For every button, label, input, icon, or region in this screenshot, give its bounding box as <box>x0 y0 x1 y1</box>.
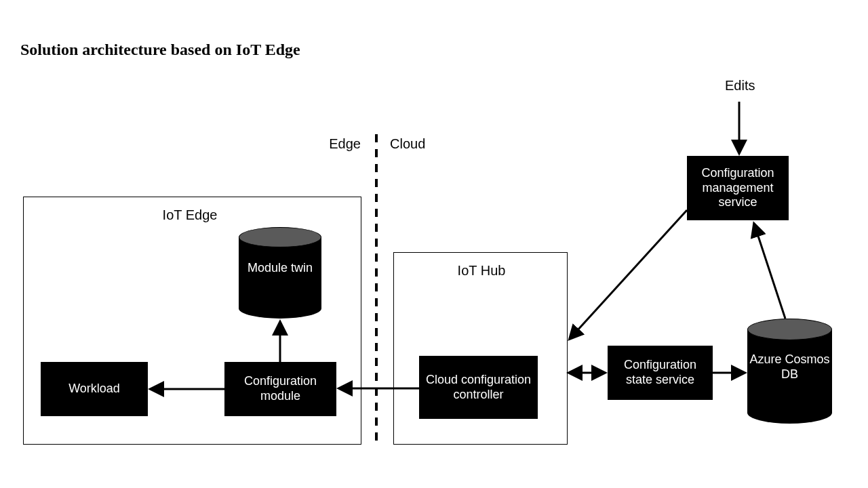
arrow-cosmos-to-mgmt <box>754 224 785 319</box>
config-module-box: Configuration module <box>224 362 336 416</box>
region-label-edge: Edge <box>313 136 361 152</box>
config-module-label: Configuration module <box>229 374 332 403</box>
workload-box: Workload <box>41 362 148 416</box>
arrow-mgmt-to-iothub <box>570 210 687 339</box>
diagram-title: Solution architecture based on IoT Edge <box>20 41 300 59</box>
config-state-service-label: Configuration state service <box>612 358 709 387</box>
module-twin-label: Module twin <box>239 261 321 276</box>
iot-hub-group-label: IoT Hub <box>434 263 529 279</box>
config-mgmt-service-label: Configuration management service <box>691 166 785 210</box>
cloud-config-controller-box: Cloud configuration controller <box>419 356 538 419</box>
cloud-config-controller-label: Cloud configuration controller <box>423 373 534 402</box>
cosmos-db-cylinder: Azure Cosmos DB <box>747 319 832 424</box>
iot-edge-group-label: IoT Edge <box>136 207 244 223</box>
workload-label: Workload <box>68 382 120 396</box>
cosmos-db-label: Azure Cosmos DB <box>747 352 832 382</box>
config-mgmt-service-box: Configuration management service <box>687 156 789 220</box>
edits-label: Edits <box>725 78 755 94</box>
module-twin-cylinder: Module twin <box>239 227 321 319</box>
region-label-cloud: Cloud <box>390 136 425 152</box>
config-state-service-box: Configuration state service <box>608 346 713 400</box>
diagram-stage: Solution architecture based on IoT Edge … <box>0 0 868 488</box>
